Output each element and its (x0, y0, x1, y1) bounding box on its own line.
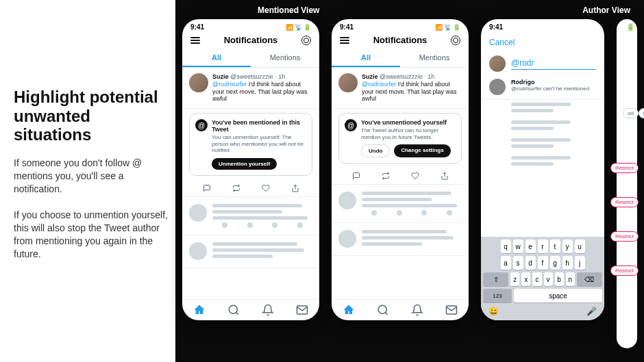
phone-author-list-partial: 🔋 od No Restrict Restrict Restrict Restr… (617, 19, 637, 348)
key-s[interactable]: s (513, 256, 523, 270)
space-key[interactable]: space (514, 289, 602, 302)
restrict-pill[interactable]: Restrict (610, 163, 639, 173)
restrict-pill[interactable]: Restrict (610, 231, 639, 242)
tweet[interactable]: Suzie @sweetsuzzzie · 1h @rodrisurfer I'… (182, 68, 319, 109)
reply-icon[interactable] (203, 184, 211, 192)
tab-mentions[interactable]: Mentions (400, 49, 469, 67)
pill-partial[interactable]: No (639, 108, 644, 118)
compose-avatar (489, 55, 506, 72)
share-icon[interactable] (441, 172, 449, 180)
key-t[interactable]: t (550, 240, 560, 253)
undo-button[interactable]: Undo (361, 144, 390, 157)
menu-icon[interactable] (190, 37, 200, 44)
at-icon: @ (195, 119, 208, 131)
key-v[interactable]: v (544, 272, 553, 286)
phone-author-compose: 9:41 Cancel @rodr Rodrigo @rodrisurfer c… (481, 19, 604, 320)
home-icon[interactable] (343, 304, 355, 316)
change-settings-button[interactable]: Change settings (394, 144, 450, 157)
gear-icon[interactable] (301, 36, 311, 45)
retweet-icon[interactable] (232, 184, 240, 192)
like-icon[interactable] (411, 172, 419, 180)
compose-row: @rodr (481, 53, 604, 75)
bottom-tabbar (182, 299, 319, 320)
like-icon[interactable] (262, 184, 270, 192)
key-f[interactable]: f (538, 256, 548, 270)
status-bar: 9:41 📶📡🔋 (332, 19, 469, 32)
bell-icon[interactable] (411, 304, 423, 316)
mention-notice: @ You've been mentioned in this Tweet Yo… (189, 113, 312, 176)
paragraph-2: If you choose to unmention yourself, thi… (14, 209, 169, 261)
headline: Highlight potential unwanted situations (14, 88, 169, 144)
unmentioned-notice: @ You've unmentioned yourself The Tweet … (338, 113, 462, 164)
pill-partial[interactable]: od (623, 108, 639, 118)
tweet-mention[interactable]: @rodrisurfer (212, 81, 247, 88)
key-a[interactable]: a (501, 256, 511, 270)
key-z[interactable]: z (510, 272, 519, 286)
shift-key[interactable]: ⇧ (483, 272, 508, 286)
tabs: All Mentions (182, 49, 319, 68)
key-r[interactable]: r (538, 240, 548, 253)
compose-input[interactable]: @rodr (511, 58, 596, 70)
notice-title: You've been mentioned in this Tweet (212, 119, 306, 133)
battery-icon: 🔋 (304, 24, 311, 31)
key-u[interactable]: u (575, 240, 585, 253)
mention-suggestion[interactable]: Rodrigo @rodrisurfer can't be mentioned (481, 75, 604, 100)
mail-icon[interactable] (445, 304, 458, 316)
key-b[interactable]: b (555, 272, 564, 286)
share-icon[interactable] (291, 184, 299, 192)
key-y[interactable]: y (562, 240, 573, 253)
at-icon: @ (345, 119, 357, 131)
mail-icon[interactable] (296, 304, 308, 316)
notifications-header: Notifications (332, 32, 469, 49)
placeholder-tweet (182, 235, 319, 268)
key-n[interactable]: n (566, 272, 575, 286)
phone-mentioned-before: 9:41 📶 📡 🔋 Notifications All Mentions Su… (182, 19, 319, 320)
numbers-key[interactable]: 123 (483, 289, 512, 302)
bottom-tabbar (332, 299, 469, 320)
placeholder-tweet (332, 185, 469, 223)
status-icons: 📶 📡 🔋 (286, 24, 311, 31)
key-g[interactable]: g (550, 256, 560, 270)
key-e[interactable]: e (525, 240, 536, 253)
menu-icon[interactable] (340, 37, 349, 44)
mic-icon[interactable]: 🎤 (586, 307, 597, 316)
avatar[interactable] (189, 73, 208, 92)
tab-all[interactable]: All (182, 49, 251, 67)
status-icons: 📶📡🔋 (435, 24, 460, 31)
search-icon[interactable] (227, 304, 240, 316)
backspace-key[interactable]: ⌫ (577, 272, 602, 286)
compose-header: Cancel (481, 32, 604, 53)
key-d[interactable]: d (525, 256, 536, 270)
tweet[interactable]: Suzie @sweetsuzzzie · 1h @rodrisurfer I'… (332, 68, 469, 109)
home-icon[interactable] (193, 304, 206, 316)
unmention-button[interactable]: Unmention yourself (212, 158, 277, 170)
avatar[interactable] (338, 73, 358, 92)
key-w[interactable]: w (513, 240, 523, 253)
gear-icon[interactable] (451, 36, 460, 45)
tweet-body: Suzie @sweetsuzzzie · 1h @rodrisurfer I'… (212, 73, 312, 103)
placeholder-avatar (189, 204, 207, 222)
restrict-pill[interactable]: Restrict (610, 197, 639, 207)
key-c[interactable]: c (532, 272, 541, 286)
tab-all[interactable]: All (332, 49, 400, 67)
keyboard[interactable]: qwertyu asdfghj ⇧zxcvbn⌫ 123space 😀🎤 (481, 237, 604, 320)
phone-mentioned-after: 9:41 📶📡🔋 Notifications All Mentions Suzi… (332, 19, 469, 320)
cancel-button[interactable]: Cancel (489, 38, 515, 47)
notice-text: You can unmention yourself. The person w… (212, 134, 306, 154)
bell-icon[interactable] (262, 304, 274, 316)
notice-text: The Tweet author can no longer mention y… (361, 127, 456, 140)
tab-mentions[interactable]: Mentions (251, 49, 319, 67)
key-q[interactable]: q (501, 240, 511, 253)
status-bar: 9:41 📶 📡 🔋 (182, 19, 319, 32)
emoji-key[interactable]: 😀 (488, 307, 499, 316)
search-icon[interactable] (377, 304, 389, 316)
key-h[interactable]: h (562, 256, 573, 270)
key-x[interactable]: x (521, 272, 530, 286)
paragraph-1: If someone you don't follow @ mentions y… (14, 157, 169, 196)
author-view-label: Author View (582, 5, 630, 15)
status-time: 9:41 (190, 23, 204, 31)
retweet-icon[interactable] (382, 172, 390, 180)
restrict-pill[interactable]: Restrict (610, 266, 639, 276)
reply-icon[interactable] (352, 172, 360, 180)
key-j[interactable]: j (575, 256, 585, 270)
